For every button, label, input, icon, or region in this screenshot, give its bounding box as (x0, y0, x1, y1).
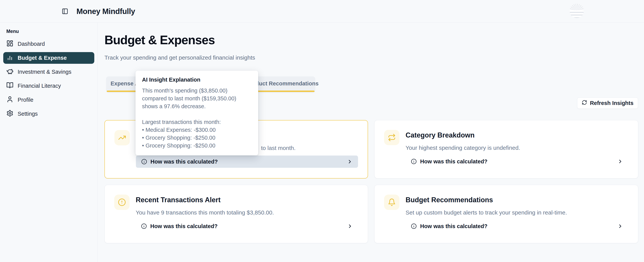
page-title: Budget & Expenses (104, 33, 215, 47)
chevron-right-icon (347, 159, 353, 165)
info-icon (411, 159, 417, 164)
how-calculated-label: How was this calculated? (150, 159, 218, 165)
bar-chart-icon (6, 54, 14, 62)
refresh-insights-button[interactable]: Refresh Insights (577, 97, 638, 109)
card-title: Budget Recommendations (406, 196, 493, 204)
card-description: Set up custom budget alerts to track you… (406, 209, 567, 216)
sidebar-item-label: Financial Literacy (18, 83, 61, 89)
piggy-bank-icon (6, 68, 14, 76)
popover-list-item: • Medical Expenses: -$300.00 (142, 126, 252, 134)
sidebar-item-settings[interactable]: Settings (0, 107, 98, 121)
sidebar-item-label: Dashboard (18, 41, 45, 47)
app-title: Money Mindfully (76, 7, 135, 16)
app-screen: Money Mindfully Menu Dashboard Budget & … (0, 0, 644, 262)
gear-icon (6, 110, 14, 118)
sidebar-item-investment-savings[interactable]: Investment & Savings (0, 65, 98, 79)
how-calculated-label: How was this calculated? (420, 223, 488, 230)
sidebar-item-label: Profile (18, 97, 33, 103)
sidebar: Menu Dashboard Budget & Expense Investme… (0, 23, 98, 262)
sidebar-toggle-icon[interactable] (62, 8, 68, 14)
sidebar-section-label: Menu (6, 28, 19, 34)
card-description: Your highest spending category is undefi… (406, 145, 520, 151)
how-calculated-label: How was this calculated? (420, 158, 488, 165)
popover-paragraph: This month's spending ($3,850.00) compar… (142, 87, 252, 110)
sidebar-item-profile[interactable]: Profile (0, 93, 98, 107)
trending-up-icon (114, 130, 130, 145)
avatar-image-bands (570, 10, 584, 18)
top-header: Money Mindfully (0, 0, 644, 22)
dashboard-icon (6, 40, 14, 48)
sidebar-item-label: Settings (18, 111, 38, 117)
popover-list-item: • Grocery Shopping: -$250.00 (142, 134, 252, 142)
info-icon (141, 159, 147, 165)
card-budget-recommendations: Budget Recommendations Set up custom bud… (374, 185, 638, 243)
card-title: Recent Transactions Alert (136, 196, 220, 204)
ai-insight-popover: AI Insight Explanation This month's spen… (136, 71, 258, 155)
sidebar-item-label: Budget & Expense (18, 55, 67, 61)
sidebar-item-financial-literacy[interactable]: Financial Literacy (0, 79, 98, 93)
popover-list-item: • Grocery Shopping: -$250.00 (142, 142, 252, 150)
popover-title: AI Insight Explanation (142, 77, 252, 83)
user-icon (6, 96, 14, 104)
card-description-fragment: to last month. (261, 145, 296, 151)
how-calculated-label: How was this calculated? (150, 223, 218, 230)
card-recent-transactions: Recent Transactions Alert You have 9 tra… (104, 185, 368, 243)
chevron-right-icon (347, 223, 353, 229)
info-icon (141, 223, 147, 229)
info-icon (411, 223, 417, 229)
chevron-right-icon (617, 223, 623, 229)
how-calculated-row[interactable]: How was this calculated? (136, 220, 358, 232)
card-category-breakdown: Category Breakdown Your highest spending… (374, 120, 638, 179)
sidebar-item-budget-expense[interactable]: Budget & Expense (3, 52, 94, 64)
popover-list-heading: Largest transactions this month: (142, 118, 252, 126)
sidebar-item-dashboard[interactable]: Dashboard (0, 37, 98, 51)
card-description: You have 9 transactions this month total… (136, 209, 274, 216)
refresh-icon (582, 100, 587, 106)
repeat-icon (384, 130, 400, 145)
how-calculated-row[interactable]: How was this calculated? (406, 155, 628, 168)
sidebar-item-label: Investment & Savings (18, 69, 71, 75)
alert-circle-icon (114, 195, 130, 210)
popover-spacer (142, 110, 252, 118)
page-subtitle: Track your spending and get personalized… (104, 54, 255, 61)
how-calculated-row[interactable]: How was this calculated? (406, 220, 628, 232)
sidebar-nav: Dashboard Budget & Expense Investment & … (0, 37, 98, 121)
card-title: Category Breakdown (406, 131, 474, 139)
refresh-insights-label: Refresh Insights (590, 100, 634, 106)
avatar-image-dome (570, 4, 584, 10)
chevron-right-icon (617, 159, 623, 164)
user-avatar[interactable] (570, 4, 584, 18)
how-calculated-row[interactable]: How was this calculated? (136, 156, 358, 168)
bell-icon (384, 195, 400, 210)
open-book-icon (6, 82, 14, 90)
